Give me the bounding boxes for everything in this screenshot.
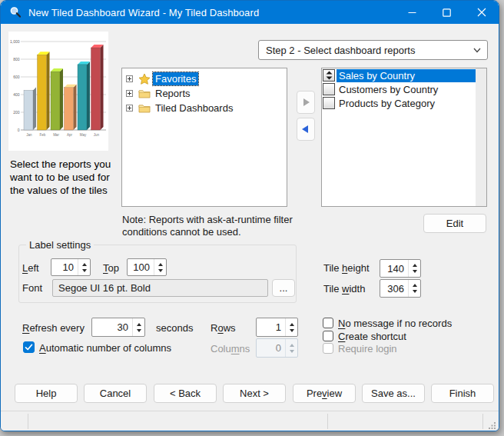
list-scrollbar[interactable] [476,68,486,206]
svg-text:Jun: Jun [94,133,100,137]
report-source-tree[interactable]: Favorites Reports Tiled Dashboards [121,68,287,207]
spinner-arrows-icon[interactable] [154,259,166,275]
checkmark-icon [24,342,34,352]
cancel-button[interactable]: Cancel [84,384,147,403]
columns-spinner: 0 [256,338,298,358]
window-title: New Tiled Dashboard Wizard - My Tiled Da… [28,7,259,18]
rows-spinner[interactable]: 1 [256,318,298,337]
spinner-arrows-icon[interactable] [408,260,420,277]
tile-width-label: Tile width [323,283,365,295]
svg-text:Feb: Feb [40,133,46,137]
report-row-sales-by-country[interactable]: Sales by Country [322,68,476,82]
expand-plus-icon[interactable] [126,90,133,97]
tile-width-value: 306 [380,283,408,295]
dashboard-chart: 02004006008001,000JanFebMarAprMayJun [8,32,108,151]
chart-preview-panel: 02004006008001,000JanFebMarAprMayJun [8,32,108,151]
reorder-handle-button[interactable] [323,97,335,109]
tree-item-label: Tiled Dashboards [153,102,235,115]
tree-item-label: Reports [153,87,193,100]
svg-text:0: 0 [18,128,20,132]
back-button[interactable]: < Back [154,384,217,403]
selected-reports-list[interactable]: Sales by Country Customers by Country Pr… [321,68,487,207]
refresh-seconds-spinner[interactable]: 30 [91,318,145,337]
wizard-dialog: New Tiled Dashboard Wizard - My Tiled Da… [0,0,499,431]
report-row-products-by-category[interactable]: Products by Category [322,96,476,110]
create-shortcut-label[interactable]: Create shortcut [338,331,406,342]
reorder-handle-button[interactable] [323,69,335,82]
svg-text:200: 200 [13,110,20,115]
minimize-button[interactable] [395,1,429,24]
columns-value: 0 [257,342,285,354]
remove-report-button[interactable] [297,118,315,141]
next-button[interactable]: Next > [223,384,286,403]
resize-grip-icon[interactable] [488,421,496,429]
rows-value: 1 [257,321,285,333]
svg-text:Mar: Mar [53,133,59,137]
edit-button[interactable]: Edit [423,214,486,233]
maximize-button[interactable] [429,1,464,24]
report-label: Products by Category [337,97,476,110]
status-divider [482,414,483,429]
spinner-arrows-icon[interactable] [408,280,420,297]
svg-text:Apr: Apr [67,133,73,137]
star-icon [138,73,151,85]
save-as-button[interactable]: Save as... [362,384,425,403]
wizard-instructions: Select the reports you want to to be use… [10,158,118,197]
maximize-icon [443,8,451,17]
auto-columns-checkbox[interactable] [23,341,35,353]
svg-text:Jan: Jan [26,133,32,137]
font-value: Segoe UI 16 pt. Bold [58,282,151,294]
tree-item-label: Favorites [153,72,198,85]
refresh-every-label: Refresh every [22,322,85,334]
top-spinner[interactable]: 100 [127,258,167,276]
finish-button[interactable]: Finish [431,384,494,403]
spinner-arrows-icon[interactable] [285,318,297,336]
add-report-button[interactable] [297,91,315,114]
svg-text:1,000: 1,000 [10,39,20,44]
top-value: 100 [128,261,154,273]
spinner-arrows-icon[interactable] [132,318,144,336]
font-label: Font [22,282,42,294]
folder-icon [138,88,151,99]
close-button[interactable] [464,1,499,24]
font-browse-button[interactable]: ... [272,279,295,297]
arrow-left-icon [301,125,310,134]
spinner-arrows-icon [285,339,297,357]
columns-label: Columns [211,343,250,354]
expand-plus-icon[interactable] [126,105,133,111]
arrow-right-icon [301,98,310,107]
svg-text:800: 800 [13,57,20,62]
tree-item-tiled-dashboards[interactable]: Tiled Dashboards [122,101,287,115]
left-label: Left [22,262,39,274]
top-label: Top [103,262,119,274]
folder-icon [138,103,151,114]
expand-plus-icon[interactable] [126,75,133,82]
tile-height-label: Tile height [323,262,370,274]
no-message-label[interactable]: No message if no records [338,318,452,329]
title-bar: New Tiled Dashboard Wizard - My Tiled Da… [1,1,499,24]
no-message-checkbox[interactable] [323,318,333,328]
wizard-step-dropdown[interactable]: Step 2 - Select dashboard reports [258,40,488,60]
require-login-checkbox [323,343,333,354]
auto-columns-label[interactable]: Automatic number of columns [39,342,171,354]
font-field[interactable]: Segoe UI 16 pt. Bold [52,279,268,297]
tree-item-reports[interactable]: Reports [122,86,287,101]
help-button[interactable]: Help [15,384,78,403]
tile-width-spinner[interactable]: 306 [380,279,421,298]
reorder-handle-button[interactable] [323,83,335,95]
status-bar [1,411,499,431]
report-row-customers-by-country[interactable]: Customers by Country [322,82,476,96]
tile-height-value: 140 [380,263,408,275]
preview-button[interactable]: Preview [293,384,356,403]
svg-text:May: May [80,133,87,137]
svg-text:400: 400 [13,92,20,97]
seconds-label: seconds [156,322,193,334]
spinner-arrows-icon[interactable] [78,259,90,275]
tile-height-spinner[interactable]: 140 [380,259,421,278]
tree-item-favorites[interactable]: Favorites [122,72,287,86]
up-down-arrows-icon [326,71,333,80]
close-icon [477,8,486,17]
create-shortcut-checkbox[interactable] [323,331,333,341]
left-spinner[interactable]: 10 [51,258,91,276]
minimize-icon [408,8,416,17]
